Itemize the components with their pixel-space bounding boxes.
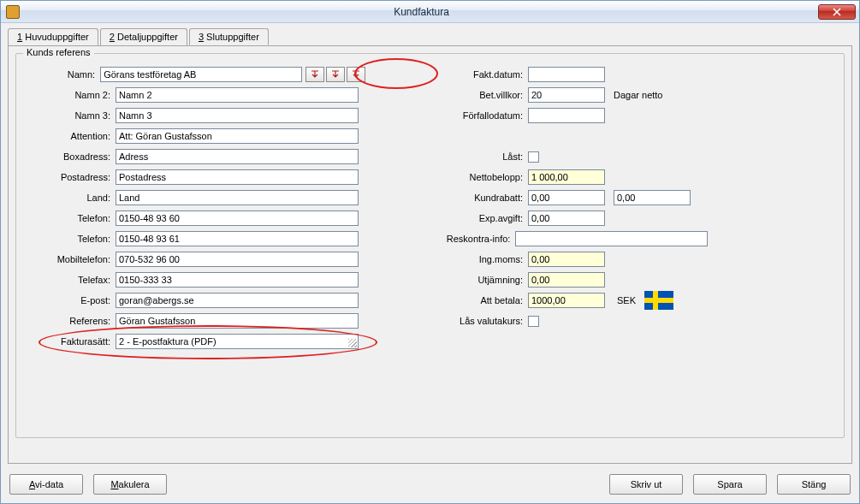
window: Kundfaktura 1 Huvuduppgifter 2 Detaljupp… <box>0 0 860 504</box>
label-referens: Referens: <box>23 316 116 326</box>
input-kundrabatt[interactable] <box>528 190 605 205</box>
label-faktdatum: Fakt.datum: <box>434 69 528 80</box>
label-boxadress: Boxadress: <box>23 151 116 162</box>
right-column: Fakt.datum: Bet.villkor:Dagar netto Förf… <box>434 66 708 353</box>
input-attention[interactable] <box>116 128 359 144</box>
input-ingmoms[interactable] <box>528 252 605 267</box>
label-telefon2: Telefon: <box>23 234 116 244</box>
label-attention: Attention: <box>23 131 116 141</box>
input-referens[interactable] <box>116 313 359 329</box>
flag-sweden-icon <box>644 291 673 310</box>
button-skrivut[interactable]: Skriv ut <box>609 474 683 495</box>
text-dagar-netto: Dagar netto <box>614 90 662 100</box>
app-icon <box>6 5 20 19</box>
label-mobil: Mobiltelefon: <box>23 254 116 264</box>
label-betvillkor: Bet.villkor: <box>434 90 528 100</box>
close-icon <box>833 8 841 16</box>
input-reskontra[interactable] <box>515 231 708 246</box>
label-nettobelopp: Nettobelopp: <box>434 172 528 182</box>
left-column: Namn: Namn 2: Namn 3: Attention: Boxadre… <box>23 66 365 353</box>
input-utjamning[interactable] <box>528 272 605 288</box>
button-stang[interactable]: Stäng <box>777 474 851 495</box>
input-attbetala[interactable] <box>528 293 605 308</box>
label-postadress: Postadress: <box>23 172 116 182</box>
input-nettobelopp[interactable] <box>528 169 605 185</box>
arrow-down-icon <box>311 70 319 79</box>
button-makulera[interactable]: Makulera <box>93 474 167 495</box>
arrow-button-group <box>305 67 365 82</box>
input-epost[interactable] <box>116 293 359 308</box>
combo-fakturasatt[interactable]: 2 - E-postfaktura (PDF) <box>116 334 359 349</box>
input-expavgift[interactable] <box>528 210 605 226</box>
arrow-down-icon <box>352 70 360 79</box>
label-utjamning: Utjämning: <box>434 275 528 285</box>
arrow-button-1[interactable] <box>305 67 324 82</box>
input-betvillkor[interactable] <box>528 87 605 103</box>
label-kundrabatt: Kundrabatt: <box>434 193 528 203</box>
checkbox-last[interactable] <box>528 151 539 163</box>
input-namn[interactable] <box>100 67 302 82</box>
tabstrip: 1 Huvuduppgifter 2 Detaljuppgifter 3 Slu… <box>1 23 859 45</box>
input-kundrabatt-2[interactable] <box>614 190 691 205</box>
label-epost: E-post: <box>23 295 116 305</box>
arrow-button-3[interactable] <box>347 67 365 82</box>
label-lasvalutakurs: Lås valutakurs: <box>434 316 528 326</box>
footer: Avi-data Makulera Skriv ut Spara Stäng <box>1 469 859 503</box>
window-title: Kundfaktura <box>25 6 818 18</box>
tab-huvuduppgifter[interactable]: 1 Huvuduppgifter <box>8 28 98 45</box>
input-telefon1[interactable] <box>116 210 359 226</box>
label-namn: Namn: <box>23 69 100 80</box>
tab-panel: Kunds referens Namn: Namn 2: Namn 3: <box>8 45 852 464</box>
label-reskontra: Reskontra-info: <box>434 234 515 244</box>
label-namn3: Namn 3: <box>23 110 116 121</box>
titlebar: Kundfaktura <box>1 1 859 23</box>
tab-slutuppgifter[interactable]: 3 Slutuppgifter <box>189 28 269 45</box>
tab-detaljuppgifter[interactable]: 2 Detaljuppgifter <box>100 28 187 45</box>
input-boxadress[interactable] <box>116 149 359 164</box>
input-faktdatum[interactable] <box>528 67 605 82</box>
input-postadress[interactable] <box>116 169 359 185</box>
button-avidata[interactable]: Avi-data <box>9 474 83 495</box>
input-mobil[interactable] <box>116 252 359 267</box>
input-telefax[interactable] <box>116 272 359 288</box>
combo-fakturasatt-value: 2 - E-postfaktura (PDF) <box>119 336 216 347</box>
input-forfallodatum[interactable] <box>528 108 605 123</box>
arrow-down-icon <box>331 70 340 79</box>
label-telefon1: Telefon: <box>23 213 116 223</box>
label-telefax: Telefax: <box>23 275 116 285</box>
arrow-button-2[interactable] <box>326 67 345 82</box>
input-namn2[interactable] <box>116 87 359 103</box>
label-land: Land: <box>23 193 116 203</box>
text-currency: SEK <box>617 295 636 305</box>
label-expavgift: Exp.avgift: <box>434 213 528 223</box>
resize-grip-icon <box>348 339 357 347</box>
checkbox-lasvalutakurs[interactable] <box>528 316 539 327</box>
group-kunds-referens: Kunds referens Namn: Namn 2: Namn 3: <box>15 53 845 438</box>
input-namn3[interactable] <box>116 108 359 123</box>
label-attbetala: Att betala: <box>434 295 528 305</box>
input-telefon2[interactable] <box>116 231 359 246</box>
input-land[interactable] <box>116 190 359 205</box>
label-last: Låst: <box>434 151 528 162</box>
close-button[interactable] <box>818 4 856 20</box>
button-spara[interactable]: Spara <box>693 474 767 495</box>
group-title: Kunds referens <box>23 47 94 57</box>
label-fakturasatt: Fakturasätt: <box>23 336 116 347</box>
label-namn2: Namn 2: <box>23 90 116 100</box>
label-ingmoms: Ing.moms: <box>434 254 528 264</box>
label-forfallodatum: Förfallodatum: <box>434 110 528 121</box>
